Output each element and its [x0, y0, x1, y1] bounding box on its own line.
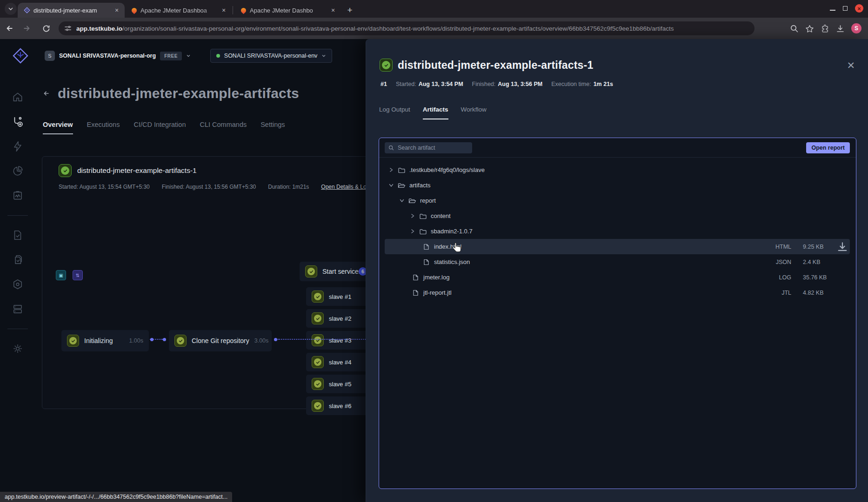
- browser-tab-strip: distributed-jmeter-exam×Apache JMeter Da…: [0, 0, 868, 18]
- reload-button[interactable]: [39, 21, 53, 35]
- drawer-meta-item: Started:Aug 13, 3:54 PM: [396, 81, 463, 87]
- meta-value: Aug 13, 3:54 PM: [419, 81, 463, 87]
- toolbar-icons: S: [790, 21, 861, 35]
- sidebar-item-settings[interactable]: [12, 343, 24, 355]
- file-size: 9.25 KB: [803, 244, 837, 250]
- tab-close-icon[interactable]: ×: [220, 6, 228, 14]
- window-controls: ×: [830, 4, 863, 13]
- tree-folder-row[interactable]: sbadmin2-1.0.7: [385, 224, 850, 239]
- node-label: slave #5: [329, 381, 351, 388]
- url-bar[interactable]: app.testkube.io/organization/sonali-sriv…: [59, 21, 754, 35]
- tree-item-name: artifacts: [409, 182, 431, 189]
- drawer-meta: #1Started:Aug 13, 3:54 PMFinished:Aug 13…: [381, 81, 613, 87]
- sidebar-item-triggers[interactable]: [12, 140, 24, 152]
- browser-tab[interactable]: distributed-jmeter-exam×: [18, 3, 125, 18]
- node-label: slave #2: [329, 315, 351, 322]
- tab-divider: [233, 6, 233, 14]
- sidebar-item-tests[interactable]: [12, 229, 24, 241]
- tab-cli-commands[interactable]: CLI Commands: [200, 121, 247, 134]
- chevron-right-icon[interactable]: [409, 213, 416, 218]
- node-initializing[interactable]: Initializing1.00s: [61, 330, 149, 351]
- connector-dot: [163, 338, 166, 341]
- tab-close-icon[interactable]: ×: [113, 6, 121, 14]
- chevron-down-icon[interactable]: [387, 183, 395, 188]
- open-report-button[interactable]: Open report: [806, 142, 850, 153]
- meta-value: 1m 21s: [594, 81, 613, 87]
- jmeter-favicon-icon: [130, 7, 138, 14]
- tab-search-button[interactable]: [5, 3, 17, 15]
- node-label: slave #3: [329, 337, 351, 344]
- status-passed-icon: [67, 335, 79, 347]
- status-passed-icon: [174, 335, 187, 347]
- forward-button[interactable]: [20, 21, 33, 35]
- tree-folder-row[interactable]: .testkube/r4fg6q0/logs/slave: [385, 162, 850, 178]
- url-text: app.testkube.io/organization/sonali-sriv…: [76, 25, 674, 32]
- back-button[interactable]: [3, 21, 17, 35]
- browser-tab[interactable]: Apache JMeter Dashboa×: [125, 3, 232, 18]
- drawer-tabs: Log OutputArtifactsWorkflow: [379, 106, 487, 119]
- file-type: HTML: [759, 244, 791, 250]
- close-icon[interactable]: ✕: [847, 60, 855, 70]
- sidebar-item-sources[interactable]: [12, 303, 24, 315]
- tree-file-row[interactable]: jtl-report.jtlJTL4.82 KB: [385, 285, 850, 300]
- sidebar-item-workflows[interactable]: [12, 116, 24, 128]
- tree-folder-row[interactable]: artifacts: [385, 178, 850, 193]
- sidebar-item-insights[interactable]: [12, 165, 24, 177]
- tab-ci-cd-integration[interactable]: CI/CD Integration: [134, 121, 186, 134]
- node-duration: 3.00s: [254, 337, 269, 344]
- tree-file-row[interactable]: jmeter.logLOG35.76 KB: [385, 270, 850, 285]
- sidebar-item-home[interactable]: [12, 91, 24, 103]
- close-window-button[interactable]: ×: [855, 4, 863, 13]
- execution-meta-item: Duration: 1m21s: [268, 184, 309, 190]
- site-settings-icon[interactable]: [64, 25, 72, 32]
- tree-folder-row[interactable]: content: [385, 208, 850, 224]
- drawer-meta-item: Execution time:1m 21s: [551, 81, 613, 87]
- tab-close-icon[interactable]: ×: [329, 6, 337, 14]
- tree-item-name: jmeter.log: [423, 274, 449, 281]
- folder-icon: [419, 228, 427, 235]
- sidebar-item-test-suites[interactable]: [12, 254, 24, 266]
- folder-open-icon: [408, 198, 416, 204]
- node-label: slave #4: [329, 359, 351, 366]
- node-clone-git-repository[interactable]: Clone Git repository3.00s: [169, 330, 272, 351]
- file-icon: [422, 244, 430, 250]
- node-label: Initializing: [84, 337, 113, 344]
- chevron-right-icon[interactable]: [387, 167, 395, 172]
- tab-log-output[interactable]: Log Output: [379, 106, 410, 119]
- tab-artifacts[interactable]: Artifacts: [423, 106, 448, 119]
- chevron-right-icon[interactable]: [409, 229, 416, 234]
- tab-workflow[interactable]: Workflow: [461, 106, 487, 119]
- tab-executions[interactable]: Executions: [87, 121, 120, 134]
- file-details: LOG35.76 KB: [759, 274, 848, 281]
- chevron-down-icon[interactable]: [398, 198, 406, 203]
- back-arrow-icon[interactable]: [42, 89, 51, 98]
- maximize-button[interactable]: [843, 6, 848, 11]
- download-icon[interactable]: [837, 241, 848, 252]
- connector-dot: [150, 338, 154, 341]
- tab-overview[interactable]: Overview: [43, 121, 73, 134]
- new-tab-button[interactable]: +: [344, 4, 356, 16]
- profile-avatar[interactable]: S: [851, 23, 861, 33]
- minimize-button[interactable]: [830, 10, 835, 11]
- meta-label: Started:: [396, 81, 416, 87]
- tree-item-name: report: [420, 197, 436, 204]
- jmeter-favicon-icon: [240, 7, 247, 14]
- browser-tab[interactable]: Apache JMeter Dashbo×: [234, 3, 341, 18]
- connector-line: [278, 339, 369, 340]
- artifact-search[interactable]: [385, 142, 472, 153]
- execution-meta-item: Finished: August 13, 15:56 GMT+5:30: [162, 184, 256, 190]
- folder-icon: [398, 167, 406, 173]
- search-input[interactable]: [397, 144, 468, 152]
- tree-folder-row[interactable]: report: [385, 193, 850, 208]
- tab-settings[interactable]: Settings: [260, 121, 285, 134]
- tree-item-name: jtl-report.jtl: [423, 289, 452, 296]
- parallel-chip-icon[interactable]: ⇅: [73, 270, 83, 280]
- status-link-preview: app.testkube.io/preview-artifact/-/-/...…: [0, 492, 232, 502]
- service-chip-icon[interactable]: ▣: [56, 270, 66, 280]
- extensions-icon: [821, 24, 829, 33]
- open-details-link[interactable]: Open Details & Logs: [321, 184, 372, 190]
- sidebar-item-monitors[interactable]: [12, 190, 24, 202]
- tree-file-row[interactable]: statistics.jsonJSON2.4 KB: [385, 254, 850, 270]
- execution-name: distributed-jmeter-example-artifacts-1: [77, 166, 197, 175]
- sidebar-item-executors[interactable]: [12, 278, 24, 291]
